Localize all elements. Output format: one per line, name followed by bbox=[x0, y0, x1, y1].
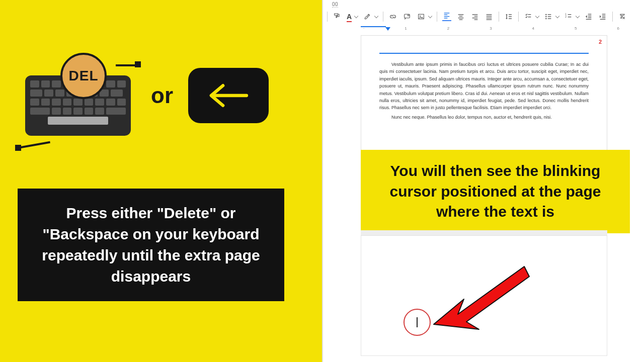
link-icon[interactable] bbox=[388, 12, 397, 21]
right-panel: 00 A 12 bbox=[322, 0, 644, 362]
chevron-down-icon[interactable] bbox=[354, 14, 358, 18]
docs-toolbar: A 12 bbox=[327, 9, 627, 24]
cursor-highlight-circle bbox=[404, 309, 431, 336]
left-panel: DEL or Press either "Delete" or "Backspa… bbox=[0, 0, 322, 362]
numbered-list-icon[interactable]: 12 bbox=[564, 12, 573, 21]
image-icon[interactable] bbox=[417, 12, 426, 21]
arrow-left-icon bbox=[206, 80, 251, 111]
icon-row: DEL or bbox=[15, 50, 269, 141]
text-color-button[interactable]: A bbox=[347, 13, 352, 21]
indent-increase-icon[interactable] bbox=[598, 12, 607, 21]
comment-icon[interactable] bbox=[403, 12, 412, 21]
line-spacing-icon[interactable] bbox=[504, 12, 513, 21]
bullet-list-icon[interactable] bbox=[544, 12, 553, 21]
document-paragraph-2: Nunc nec neque. Phasellus leo dolor, tem… bbox=[379, 114, 589, 121]
align-left-icon[interactable] bbox=[442, 12, 451, 21]
chevron-down-icon[interactable] bbox=[576, 14, 580, 18]
clear-format-icon[interactable] bbox=[618, 12, 627, 21]
toolbar-divider bbox=[499, 12, 499, 22]
chevron-down-icon[interactable] bbox=[428, 14, 432, 18]
toolbar-divider bbox=[518, 12, 519, 22]
document-page-1[interactable]: 2 Vestibulum ante ipsum primis in faucib… bbox=[361, 35, 607, 166]
svg-point-30 bbox=[545, 16, 546, 17]
checklist-icon[interactable] bbox=[524, 12, 533, 21]
svg-point-32 bbox=[545, 18, 546, 19]
toolbar-divider bbox=[612, 12, 613, 22]
align-center-icon[interactable] bbox=[456, 12, 465, 21]
chevron-down-icon[interactable] bbox=[555, 14, 559, 18]
callout-right: You will then see the blinking cursor po… bbox=[361, 150, 630, 233]
paint-roller-icon[interactable] bbox=[333, 12, 342, 21]
toolbar-divider bbox=[437, 12, 437, 22]
ruler[interactable]: ·123456 bbox=[328, 26, 640, 32]
align-justify-icon[interactable] bbox=[485, 12, 494, 21]
toolbar-divider bbox=[383, 12, 383, 22]
svg-point-28 bbox=[545, 14, 546, 15]
backspace-key-icon bbox=[188, 68, 269, 123]
chevron-down-icon[interactable] bbox=[374, 14, 378, 18]
svg-text:2: 2 bbox=[565, 16, 567, 18]
indent-decrease-icon[interactable] bbox=[584, 12, 593, 21]
keyboard-del-graphic: DEL bbox=[15, 50, 136, 141]
highlight-icon[interactable] bbox=[363, 12, 372, 21]
align-right-icon[interactable] bbox=[470, 12, 479, 21]
chevron-down-icon[interactable] bbox=[535, 14, 539, 18]
page-number: 2 bbox=[599, 39, 602, 45]
document-paragraph: Vestibulum ante ipsum primis in faucibus… bbox=[379, 61, 589, 112]
toolbar-divider bbox=[327, 12, 328, 22]
text-cursor-icon bbox=[417, 317, 418, 327]
instruction-left: Press either "Delete" or "Backspace on y… bbox=[18, 189, 284, 301]
svg-point-6 bbox=[420, 16, 421, 17]
page-gap bbox=[361, 230, 607, 235]
red-arrow-icon bbox=[429, 246, 539, 337]
or-label: or bbox=[151, 83, 173, 108]
svg-marker-48 bbox=[434, 266, 529, 329]
zoom-indicator: 00 bbox=[332, 2, 338, 8]
header-rule bbox=[379, 53, 589, 54]
del-badge: DEL bbox=[60, 53, 107, 99]
